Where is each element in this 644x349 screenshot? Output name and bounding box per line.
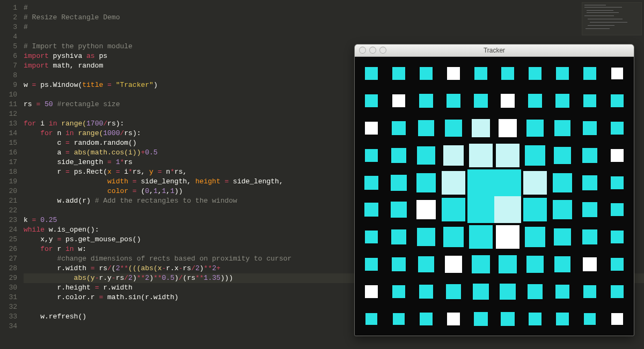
rect[interactable] (365, 313, 377, 325)
rect[interactable] (500, 284, 516, 300)
grid-cell[interactable] (549, 115, 576, 142)
grid-cell[interactable] (576, 169, 603, 196)
rect[interactable] (554, 120, 570, 136)
rect[interactable] (553, 173, 572, 192)
grid-cell[interactable] (522, 278, 549, 305)
rect[interactable] (416, 173, 436, 192)
rect[interactable] (583, 94, 596, 107)
grid-cell[interactable] (358, 196, 385, 224)
grid-cell[interactable] (385, 224, 413, 251)
grid-cell[interactable] (603, 142, 631, 169)
rect[interactable] (418, 256, 434, 272)
grid-cell[interactable] (467, 251, 494, 278)
rect[interactable] (442, 198, 465, 221)
grid-cell[interactable] (467, 142, 494, 169)
grid-cell[interactable] (440, 196, 467, 224)
rect[interactable] (494, 169, 521, 196)
rect[interactable] (365, 67, 378, 80)
grid-cell[interactable] (413, 278, 440, 305)
grid-cell[interactable] (494, 278, 522, 305)
grid-cell[interactable] (494, 305, 522, 332)
rect[interactable] (526, 256, 544, 273)
grid-cell[interactable] (522, 196, 549, 224)
rect[interactable] (611, 94, 624, 107)
grid-cell[interactable] (549, 305, 576, 332)
rect[interactable] (611, 149, 624, 162)
rect[interactable] (393, 313, 405, 325)
grid-cell[interactable] (576, 224, 603, 251)
rect[interactable] (365, 231, 378, 243)
grid-cell[interactable] (467, 196, 494, 224)
rect[interactable] (528, 94, 542, 108)
grid-cell[interactable] (576, 278, 603, 305)
grid-cell[interactable] (440, 251, 467, 278)
grid-cell[interactable] (413, 87, 440, 115)
rect[interactable] (365, 94, 378, 107)
grid-cell[interactable] (549, 251, 576, 278)
rect[interactable] (469, 144, 493, 167)
rect[interactable] (582, 175, 597, 190)
rect[interactable] (443, 145, 464, 166)
grid-cell[interactable] (467, 169, 494, 196)
rect[interactable] (474, 94, 488, 108)
grid-cell[interactable] (358, 115, 385, 142)
rect[interactable] (523, 198, 547, 221)
grid-cell[interactable] (494, 115, 522, 142)
grid-cell[interactable] (576, 251, 603, 278)
grid-cell[interactable] (576, 305, 603, 332)
grid-cell[interactable] (440, 305, 467, 332)
grid-cell[interactable] (576, 87, 603, 115)
grid-cell[interactable] (522, 60, 549, 87)
grid-cell[interactable] (385, 60, 413, 87)
grid-cell[interactable] (549, 169, 576, 196)
rect[interactable] (584, 313, 596, 325)
grid-cell[interactable] (467, 87, 494, 115)
rect[interactable] (529, 313, 541, 325)
grid-cell[interactable] (549, 196, 576, 224)
grid-cell[interactable] (440, 169, 467, 196)
grid-cell[interactable] (440, 278, 467, 305)
rect[interactable] (583, 285, 596, 298)
rect[interactable] (525, 145, 545, 166)
code-line[interactable]: # (24, 3, 644, 13)
titlebar[interactable]: Tracker (355, 44, 634, 57)
grid-cell[interactable] (385, 278, 413, 305)
rect[interactable] (496, 225, 519, 249)
rect[interactable] (365, 258, 378, 271)
grid-cell[interactable] (413, 142, 440, 169)
rect[interactable] (418, 120, 434, 136)
grid-cell[interactable] (358, 305, 385, 332)
rect[interactable] (392, 94, 405, 107)
grid-cell[interactable] (467, 278, 494, 305)
rect[interactable] (443, 227, 464, 247)
rect[interactable] (529, 67, 541, 80)
grid-cell[interactable] (440, 224, 467, 251)
grid-cell[interactable] (358, 142, 385, 169)
grid-cell[interactable] (385, 169, 413, 196)
grid-cell[interactable] (467, 115, 494, 142)
rect[interactable] (472, 119, 490, 137)
grid-cell[interactable] (413, 115, 440, 142)
rect[interactable] (554, 256, 570, 272)
rect[interactable] (472, 255, 490, 273)
rect[interactable] (474, 67, 487, 80)
close-icon[interactable] (359, 47, 366, 54)
rect[interactable] (554, 228, 571, 246)
grid-cell[interactable] (576, 60, 603, 87)
grid-cell[interactable] (603, 87, 631, 115)
grid-cell[interactable] (494, 224, 522, 251)
rect[interactable] (416, 200, 436, 219)
grid-cell[interactable] (385, 115, 413, 142)
tracker-window[interactable]: Tracker (354, 44, 634, 336)
grid-cell[interactable] (467, 305, 494, 332)
rect[interactable] (365, 122, 378, 135)
rect[interactable] (392, 285, 405, 298)
grid-cell[interactable] (385, 87, 413, 115)
rect[interactable] (523, 171, 547, 195)
minimize-icon[interactable] (369, 47, 376, 54)
grid-cell[interactable] (522, 115, 549, 142)
grid-cell[interactable] (358, 251, 385, 278)
rect[interactable] (442, 171, 465, 195)
grid-cell[interactable] (413, 251, 440, 278)
rect[interactable] (391, 148, 406, 163)
